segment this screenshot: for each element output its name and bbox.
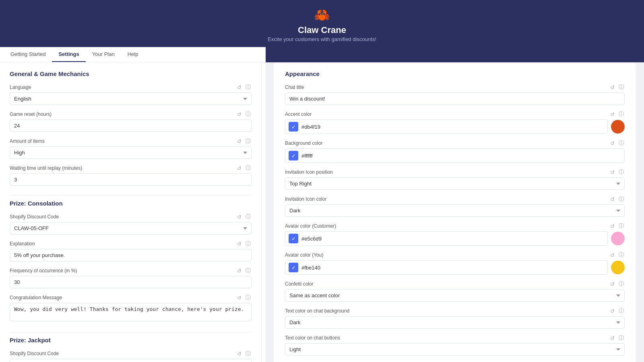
game-reset-field-group: Game reset (hours) ↺ ⓘ <box>10 111 252 132</box>
game-reset-info-icon[interactable]: ⓘ <box>245 111 252 118</box>
accent-color-reset-icon[interactable]: ↺ <box>609 111 615 117</box>
consolation-explanation-info-icon[interactable]: ⓘ <box>245 240 252 247</box>
consolation-message-textarea[interactable]: Wow, you did very well! Thanks for takin… <box>10 303 252 321</box>
prize-consolation-title: Prize: Consolation <box>10 200 252 207</box>
avatar-customer-input[interactable] <box>301 236 604 242</box>
language-select[interactable]: English <box>10 93 252 105</box>
invitation-position-label: Invitation Icon position <box>285 169 333 175</box>
amount-items-info-icon[interactable]: ⓘ <box>245 138 252 145</box>
avatar-customer-reset-icon[interactable]: ↺ <box>609 223 615 229</box>
invitation-color-label: Invitation Icon color <box>285 196 326 202</box>
avatar-customer-swatch[interactable] <box>611 232 625 245</box>
background-color-group: Background color ↺ ⓘ ✓ <box>285 140 625 163</box>
tab-help[interactable]: Help <box>121 47 145 62</box>
invitation-position-info-icon[interactable]: ⓘ <box>618 169 625 176</box>
invitation-color-select[interactable]: Dark <box>285 204 625 217</box>
confetti-color-reset-icon[interactable]: ↺ <box>609 281 615 287</box>
avatar-you-group: Avatar color (You) ↺ ⓘ ✓ <box>285 251 625 275</box>
checkmark-icon: ✓ <box>291 265 296 271</box>
consolation-frequency-reset-icon[interactable]: ↺ <box>236 268 242 274</box>
game-reset-label: Game reset (hours) <box>10 111 52 117</box>
text-color-chat-bg-reset-icon[interactable]: ↺ <box>609 308 615 314</box>
consolation-explanation-input[interactable] <box>10 249 252 261</box>
consolation-code-select[interactable]: CLAW-05-OFF <box>10 222 252 234</box>
game-reset-reset-icon[interactable]: ↺ <box>236 111 242 117</box>
app-name: Claw Crane <box>298 25 346 35</box>
consolation-explanation-reset-icon[interactable]: ↺ <box>236 241 242 247</box>
accent-color-group: Accent color ↺ ⓘ ✓ <box>285 111 625 134</box>
invitation-color-reset-icon[interactable]: ↺ <box>609 196 615 202</box>
avatar-you-label: Avatar color (You) <box>285 252 323 258</box>
waiting-time-field-group: Waiting time until replay (minutes) ↺ ⓘ <box>10 165 252 186</box>
consolation-code-reset-icon[interactable]: ↺ <box>236 214 242 220</box>
avatar-you-swatch[interactable] <box>611 261 625 274</box>
jackpot-code-reset-icon[interactable]: ↺ <box>236 351 242 357</box>
chat-title-info-icon[interactable]: ⓘ <box>618 84 625 91</box>
avatar-you-confirm-button[interactable]: ✓ <box>289 263 298 272</box>
tab-getting-started[interactable]: Getting Started <box>4 47 52 62</box>
text-color-chat-buttons-select[interactable]: Light <box>285 343 625 356</box>
amount-items-field-group: Amount of items ↺ ⓘ High <box>10 138 252 159</box>
consolation-message-info-icon[interactable]: ⓘ <box>245 294 252 301</box>
confetti-color-group: Confetti color ↺ ⓘ Same as accent color <box>285 280 625 302</box>
language-reset-icon[interactable]: ↺ <box>236 84 242 90</box>
consolation-code-info-icon[interactable]: ⓘ <box>245 213 252 220</box>
amount-items-select[interactable]: High <box>10 146 252 159</box>
invitation-position-group: Invitation Icon position ↺ ⓘ Top Right <box>285 169 625 190</box>
chat-title-label: Chat title <box>285 84 304 90</box>
accent-color-confirm-button[interactable]: ✓ <box>289 122 298 132</box>
consolation-message-reset-icon[interactable]: ↺ <box>236 295 242 301</box>
language-field-group: Language ↺ ⓘ English <box>10 84 252 105</box>
text-color-chat-buttons-reset-icon[interactable]: ↺ <box>609 335 615 341</box>
prize-jackpot-section: Prize: Jackpot Shopify Discount Code ↺ ⓘ… <box>10 332 252 362</box>
amount-items-reset-icon[interactable]: ↺ <box>236 138 242 144</box>
background-color-label: Background color <box>285 140 322 146</box>
app-logo-icon: 🦀 <box>314 7 330 23</box>
accent-color-info-icon[interactable]: ⓘ <box>618 111 625 118</box>
avatar-customer-confirm-button[interactable]: ✓ <box>289 234 298 243</box>
avatar-you-input[interactable] <box>301 265 604 271</box>
text-color-chat-buttons-group: Text color on chat buttons ↺ ⓘ Light <box>285 334 625 356</box>
text-color-chat-buttons-label: Text color on chat buttons <box>285 335 340 341</box>
tab-your-plan[interactable]: Your Plan <box>86 47 121 62</box>
waiting-time-input[interactable] <box>10 173 252 186</box>
text-color-chat-bg-group: Text color on chat background ↺ ⓘ Dark <box>285 307 625 329</box>
invitation-color-info-icon[interactable]: ⓘ <box>618 195 625 203</box>
invitation-position-select[interactable]: Top Right <box>285 177 625 190</box>
text-color-chat-bg-select[interactable]: Dark <box>285 316 625 329</box>
language-info-icon[interactable]: ⓘ <box>245 84 252 91</box>
accent-color-swatch[interactable] <box>611 120 625 134</box>
consolation-frequency-input[interactable] <box>10 276 252 288</box>
avatar-customer-info-icon[interactable]: ⓘ <box>618 222 625 230</box>
prize-consolation-section: Prize: Consolation Shopify Discount Code… <box>10 195 252 323</box>
jackpot-code-info-icon[interactable]: ⓘ <box>245 350 252 357</box>
text-color-chat-bg-info-icon[interactable]: ⓘ <box>618 307 625 315</box>
accent-color-label: Accent color <box>285 111 312 117</box>
general-section-title: General & Game Mechanics <box>10 70 252 77</box>
consolation-frequency-info-icon[interactable]: ⓘ <box>245 267 252 274</box>
background-color-confirm-button[interactable]: ✓ <box>289 151 298 160</box>
consolation-frequency-group: Frequency of occurrence (in %) ↺ ⓘ <box>10 267 252 288</box>
game-reset-input[interactable] <box>10 119 252 132</box>
tab-settings[interactable]: Settings <box>52 47 85 62</box>
invitation-position-reset-icon[interactable]: ↺ <box>609 169 615 175</box>
confetti-color-info-icon[interactable]: ⓘ <box>618 280 625 288</box>
consolation-explanation-group: Explanation ↺ ⓘ <box>10 240 252 261</box>
text-color-chat-buttons-info-icon[interactable]: ⓘ <box>618 334 625 341</box>
background-color-input[interactable] <box>301 153 621 159</box>
waiting-time-info-icon[interactable]: ⓘ <box>245 165 252 172</box>
avatar-customer-group: Avatar color (Customer) ↺ ⓘ ✓ <box>285 222 625 246</box>
chat-title-input[interactable] <box>285 93 625 105</box>
chat-title-reset-icon[interactable]: ↺ <box>609 84 615 90</box>
consolation-code-group: Shopify Discount Code ↺ ⓘ CLAW-05-OFF <box>10 213 252 234</box>
background-color-info-icon[interactable]: ⓘ <box>618 140 625 147</box>
waiting-time-label: Waiting time until replay (minutes) <box>10 165 82 171</box>
jackpot-code-group: Shopify Discount Code ↺ ⓘ JACKPOT25 <box>10 350 252 362</box>
avatar-you-info-icon[interactable]: ⓘ <box>618 251 625 259</box>
background-color-reset-icon[interactable]: ↺ <box>609 140 615 146</box>
confetti-color-select[interactable]: Same as accent color <box>285 289 625 302</box>
waiting-time-reset-icon[interactable]: ↺ <box>236 165 242 171</box>
jackpot-code-select[interactable]: JACKPOT25 <box>10 359 252 362</box>
avatar-you-reset-icon[interactable]: ↺ <box>609 252 615 258</box>
accent-color-input[interactable] <box>301 124 604 130</box>
